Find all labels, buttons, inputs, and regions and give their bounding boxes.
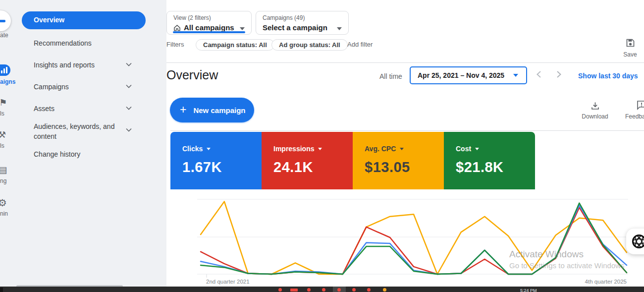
previous-period-button[interactable] xyxy=(535,70,543,79)
scorecard-clicks[interactable]: Clicks 1.67K xyxy=(170,132,262,189)
caret-down-icon xyxy=(240,27,245,30)
campaigns-icon[interactable] xyxy=(0,64,10,76)
taskbar-clock[interactable]: 5:24 PM xyxy=(520,288,537,292)
tools-icon[interactable]: ⚒ xyxy=(0,130,6,139)
taskbar-app-icon[interactable] xyxy=(290,289,298,292)
billing-icon[interactable]: ▤ xyxy=(0,166,7,175)
chevron-down-icon[interactable] xyxy=(126,62,132,66)
scorecard-impressions[interactable]: Impressions 24.1K xyxy=(262,132,353,189)
chevron-down-icon[interactable] xyxy=(126,106,132,110)
caret-down-icon xyxy=(318,148,322,150)
performance-chart-svg xyxy=(170,192,644,287)
filter-chip-ad-group-status[interactable]: Ad group status: All xyxy=(271,39,348,51)
taskbar-app-icon[interactable] xyxy=(367,288,371,292)
performance-chart[interactable]: 2nd quarter 2021 4th quarter 2025 Activa… xyxy=(170,192,644,292)
x-axis-label-start: 2nd quarter 2021 xyxy=(206,279,250,285)
assistant-overlay-button[interactable] xyxy=(626,229,644,254)
header-divider xyxy=(166,62,644,63)
taskbar-app-icon[interactable] xyxy=(322,288,325,292)
sidebar-item-assets[interactable]: Assets xyxy=(34,104,127,114)
new-campaign-label: New campaign xyxy=(193,106,245,115)
goals-icon[interactable]: ⚑ xyxy=(0,98,7,107)
taskbar-edge xyxy=(0,288,3,292)
view-selector-value: All campaigns xyxy=(184,23,234,32)
create-button[interactable] xyxy=(0,10,11,31)
plus-icon: + xyxy=(180,103,186,117)
view-selector-active-indicator xyxy=(173,31,245,34)
filter-chip-campaign-status[interactable]: Campaign status: All xyxy=(196,39,274,51)
rail-label-create: ate xyxy=(0,32,8,39)
caret-down-icon xyxy=(207,148,211,150)
filters-label: Filters xyxy=(166,41,184,48)
rail-label-campaigns[interactable]: aigns xyxy=(0,78,15,85)
scorecard-metric-label[interactable]: Clicks xyxy=(182,145,203,153)
chatgpt-logo-icon xyxy=(631,233,644,250)
taskbar-app-icon[interactable] xyxy=(307,288,311,292)
scorecard-value: $13.05 xyxy=(365,159,444,175)
chevron-down-icon[interactable] xyxy=(126,128,132,132)
taskbar-app-icon[interactable] xyxy=(337,288,341,292)
caret-down-icon xyxy=(513,74,518,77)
chevron-down-icon[interactable] xyxy=(126,84,132,88)
scorecard-value: 1.67K xyxy=(182,159,262,175)
download-icon[interactable] xyxy=(590,101,600,111)
home-icon xyxy=(173,24,181,31)
show-last-30-days-link[interactable]: Show last 30 days xyxy=(578,72,638,80)
taskbar-app-icon[interactable] xyxy=(278,288,282,292)
campaign-selector-label: Campaigns (49) xyxy=(263,14,305,21)
sidebar-item-label: Overview xyxy=(22,11,146,24)
scorecard-avg-cpc[interactable]: Avg. CPC $13.05 xyxy=(353,132,444,189)
date-range-picker[interactable]: Apr 25, 2021 – Nov 4, 2025 xyxy=(410,66,527,84)
page-title: Overview xyxy=(166,68,218,82)
sidebar-item-change-history[interactable]: Change history xyxy=(34,149,127,159)
view-selector[interactable]: View (2 filters) All campaigns xyxy=(166,11,252,35)
rail-label-billing[interactable]: ng xyxy=(0,177,6,184)
google-ads-overview-page: ate aigns ⚑ ls ⚒ ls ▤ ng ⚙ nin Overview … xyxy=(0,0,644,292)
sidebar-item-campaigns[interactable]: Campaigns xyxy=(34,82,127,92)
card-section-divider xyxy=(170,130,644,131)
rail-label-admin[interactable]: nin xyxy=(0,210,8,217)
activate-windows-watermark-line2: Go to Settings to activate Windows xyxy=(509,261,625,270)
view-selector-label: View (2 filters) xyxy=(173,14,211,21)
caret-down-icon xyxy=(400,148,404,150)
scorecard-metric-label[interactable]: Cost xyxy=(456,145,471,153)
sidebar-item-recommendations[interactable]: Recommendations xyxy=(34,38,127,48)
windows-taskbar[interactable]: 5:24 PM xyxy=(0,287,644,292)
sidebar: ate aigns ⚑ ls ⚒ ls ▤ ng ⚙ nin Overview … xyxy=(0,0,166,287)
sidebar-item-audiences-keywords-content[interactable]: Audiences, keywords, and content xyxy=(34,121,127,141)
campaign-selector-value: Select a campaign xyxy=(263,23,327,32)
scorecard-metric-label[interactable]: Avg. CPC xyxy=(365,145,396,153)
sidebar-item-overview[interactable]: Overview xyxy=(22,11,146,29)
taskbar-app-icon[interactable] xyxy=(352,288,356,292)
caret-down-icon xyxy=(475,148,479,150)
scorecard-value: 24.1K xyxy=(273,159,353,175)
date-range-value: Apr 25, 2021 – Nov 4, 2025 xyxy=(418,71,504,79)
admin-icon[interactable]: ⚙ xyxy=(0,198,7,208)
campaign-selector[interactable]: Campaigns (49) Select a campaign xyxy=(256,11,349,35)
scorecard-metric-label[interactable]: Impressions xyxy=(273,145,314,153)
x-axis-label-end: 4th quarter 2025 xyxy=(585,279,627,285)
scorecard-value: $21.8K xyxy=(456,159,535,175)
scorecard-cost[interactable]: Cost $21.8K xyxy=(444,132,535,189)
new-campaign-button[interactable]: + New campaign xyxy=(170,98,254,122)
sidebar-item-insights-and-reports[interactable]: Insights and reports xyxy=(34,60,127,70)
save-button-label[interactable]: Save xyxy=(620,51,640,58)
date-range-label: All time xyxy=(379,72,402,80)
plus-icon xyxy=(0,20,5,22)
next-period-button[interactable] xyxy=(555,70,563,79)
caret-down-icon xyxy=(337,27,342,30)
download-button-label[interactable]: Download xyxy=(577,113,613,120)
activate-windows-watermark: Activate Windows xyxy=(509,249,584,260)
feedback-icon[interactable] xyxy=(636,100,644,111)
add-filter-button[interactable]: Add filter xyxy=(347,41,373,48)
feedback-button-label[interactable]: Feedback xyxy=(625,113,644,120)
save-icon[interactable] xyxy=(626,38,635,48)
rail-label-tools[interactable]: ls xyxy=(0,142,4,149)
rail-label-goals[interactable]: ls xyxy=(0,110,4,117)
taskbar-app-icon[interactable] xyxy=(383,288,386,292)
